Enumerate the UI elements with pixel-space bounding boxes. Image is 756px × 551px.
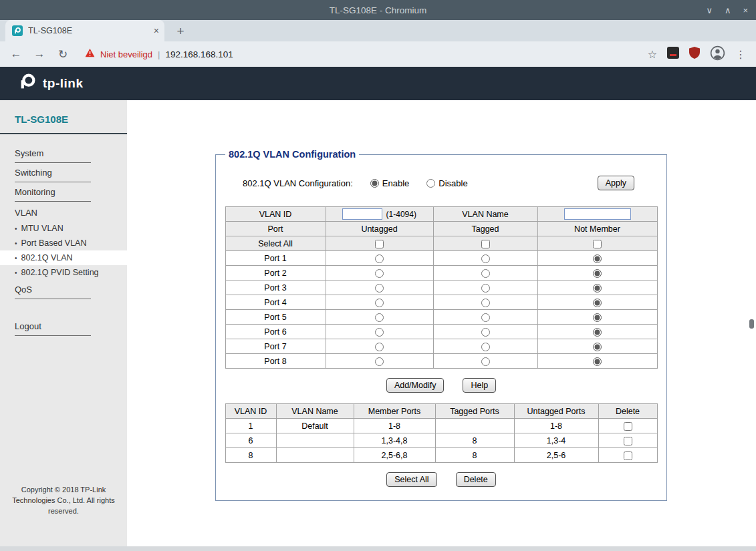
vlan-delete-checkbox[interactable] [624,422,632,431]
sidebar-item-port-based-vlan[interactable]: •Port Based VLAN [0,236,127,250]
vlan-id-row: VLAN ID (1-4094) VLAN Name [225,207,657,222]
sidebar-item-mtu-vlan[interactable]: •MTU VLAN [0,221,127,236]
sidebar-item-switching[interactable]: Switching [0,163,127,182]
sidebar-item-logout[interactable]: Logout [0,317,127,336]
tab-close-icon[interactable]: × [154,26,159,35]
url-text[interactable]: 192.168.168.101 [165,49,233,59]
vlan-name-input[interactable] [564,208,631,220]
vlan-delete-checkbox[interactable] [624,437,632,445]
reload-icon[interactable]: ↻ [56,47,70,61]
sidebar-item-qos[interactable]: QoS [0,280,127,299]
window-close-icon[interactable]: × [743,5,748,15]
member-ports-cell: 1-8 [354,419,435,433]
vlan-name-cell [276,448,354,463]
tagged-ports-cell: 8 [435,448,514,463]
security-warning-icon[interactable] [85,48,95,60]
port-label: Port 3 [225,281,326,295]
disable-radio[interactable] [426,179,435,188]
delete-button[interactable]: Delete [456,472,496,487]
select-all-tagged-checkbox[interactable] [481,240,490,248]
sidebar-item-monitoring[interactable]: Monitoring [0,182,127,202]
port-7-not-member-radio[interactable] [593,343,602,351]
tab-title: TL-SG108E [28,26,148,35]
port-1-tagged-radio[interactable] [481,254,490,263]
sidebar-item-label: 802.1Q VLAN [21,253,73,262]
browser-tab[interactable]: TL-SG108E × [5,20,164,41]
vlan-id-cell: 8 [225,448,276,463]
port-2-tagged-radio[interactable] [481,269,490,278]
membership-header-row: Port Untagged Tagged Not Member [225,222,657,236]
vlan-list-table: VLAN ID VLAN Name Member Ports Tagged Po… [225,403,658,463]
port-label: Port 7 [225,339,326,354]
port-6-tagged-radio[interactable] [481,328,490,337]
disable-label: Disable [438,178,467,188]
profile-avatar-icon[interactable] [710,45,725,63]
browser-menu-icon[interactable]: ⋮ [735,48,747,61]
new-tab-button[interactable]: + [171,21,190,41]
port-row: Port 4 [225,295,657,310]
tagged-ports-cell [435,419,514,433]
port-5-untagged-radio[interactable] [375,313,384,322]
sidebar-item-802-1q-pvid-setting[interactable]: •802.1Q PVID Setting [0,265,127,280]
disable-option[interactable]: Disable [426,178,467,188]
select-all-row: Select All [225,236,657,251]
port-5-tagged-radio[interactable] [481,313,490,322]
extension-icon-2[interactable] [689,47,700,61]
back-icon[interactable]: ← [9,47,23,61]
forward-icon[interactable]: → [33,47,46,61]
sidebar-item-vlan[interactable]: VLAN [0,202,127,221]
toolbar-right: ☆ ⋮ [648,45,747,63]
site-header: tp-link [0,67,756,100]
maximize-icon[interactable]: ∧ [725,5,731,15]
select-all-untagged-checkbox[interactable] [375,240,384,248]
col-delete: Delete [598,404,657,419]
vlan-delete-checkbox[interactable] [624,451,632,460]
port-2-not-member-radio[interactable] [593,269,602,278]
port-6-not-member-radio[interactable] [593,328,602,337]
port-8-untagged-radio[interactable] [375,357,384,366]
port-2-untagged-radio[interactable] [375,269,384,278]
address-bar[interactable]: Niet beveiligd | 192.168.168.101 [85,48,638,60]
bookmark-star-icon[interactable]: ☆ [648,48,657,61]
add-modify-button[interactable]: Add/Modify [386,378,445,393]
config-label: 802.1Q VLAN Configuration: [243,178,353,188]
col-not-member: Not Member [537,222,657,236]
port-row: Port 6 [225,325,657,339]
vlan-name-cell: Default [276,419,354,433]
config-row: 802.1Q VLAN Configuration: Enable Disabl… [243,176,634,190]
help-button[interactable]: Help [463,378,496,393]
port-1-not-member-radio[interactable] [593,254,602,263]
scrollbar-thumb[interactable] [749,319,754,329]
url-separator: | [158,49,160,59]
port-7-tagged-radio[interactable] [481,343,490,351]
sidebar-item-system[interactable]: System [0,144,127,163]
select-all-not-member-checkbox[interactable] [593,240,602,248]
untagged-ports-cell: 2,5-6 [514,448,598,463]
port-4-untagged-radio[interactable] [375,299,384,307]
bullet-icon: • [15,269,17,277]
apply-button[interactable]: Apply [598,176,634,190]
enable-radio[interactable] [370,179,379,188]
vlan-id-input[interactable] [342,208,382,220]
port-3-not-member-radio[interactable] [593,284,602,293]
port-7-untagged-radio[interactable] [375,343,384,351]
port-4-tagged-radio[interactable] [481,299,490,307]
extension-icon-1[interactable] [667,47,679,61]
enable-option[interactable]: Enable [370,178,409,188]
bullet-icon: • [15,254,17,262]
port-8-not-member-radio[interactable] [593,357,602,366]
port-8-tagged-radio[interactable] [481,357,490,366]
sidebar-item-802-1q-vlan[interactable]: •802.1Q VLAN [0,250,127,265]
port-row: Port 3 [225,281,657,295]
port-5-not-member-radio[interactable] [593,313,602,322]
port-6-untagged-radio[interactable] [375,328,384,337]
port-1-untagged-radio[interactable] [375,254,384,263]
port-3-untagged-radio[interactable] [375,284,384,293]
minimize-icon[interactable]: ∨ [706,5,713,15]
port-label: Port 6 [225,325,326,339]
port-3-tagged-radio[interactable] [481,284,490,293]
tplink-logo-icon [17,72,37,95]
vlan-list-header-row: VLAN ID VLAN Name Member Ports Tagged Po… [225,404,657,419]
select-all-button[interactable]: Select All [386,472,436,487]
port-4-not-member-radio[interactable] [593,299,602,307]
